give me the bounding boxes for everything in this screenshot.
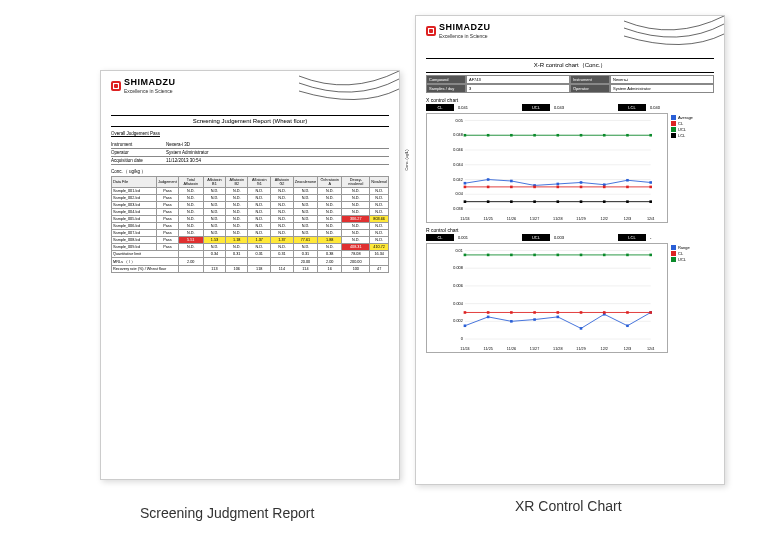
row-judgement: Pass (157, 202, 179, 209)
cell (203, 258, 225, 266)
cell: 77.61 (293, 237, 317, 244)
cell: N.D. (226, 244, 248, 251)
svg-rect-95 (603, 311, 606, 314)
cell: N.D. (203, 223, 225, 230)
cell (226, 258, 248, 266)
cell: 16.34 (370, 251, 389, 258)
svg-rect-38 (603, 186, 606, 189)
svg-rect-49 (649, 134, 652, 137)
table-footer-row: Quantitative limit0.340.310.310.310.310.… (112, 251, 389, 258)
cell: N.D. (318, 244, 342, 251)
cell: N.D. (318, 223, 342, 230)
svg-text:11/27: 11/27 (530, 347, 539, 351)
r-ucl-label: UCL (522, 234, 550, 241)
cell: 0.38 (318, 251, 342, 258)
svg-text:11/25: 11/25 (483, 347, 492, 351)
row-judgement: Pass (157, 223, 179, 230)
cell: 0.31 (271, 251, 294, 258)
svg-rect-46 (580, 134, 583, 137)
svg-rect-28 (580, 181, 583, 184)
cell: N.D. (248, 244, 271, 251)
table-row: Sample_001.lcdPassN.D.N.D.N.D.N.D.N.D.N.… (112, 188, 389, 195)
svg-text:11/24: 11/24 (460, 347, 469, 351)
r-cl-value: 0.001 (454, 234, 522, 241)
x-lcl-value: 0.040 (646, 104, 714, 111)
caption-right: XR Control Chart (515, 498, 622, 514)
cell: 408.31 (342, 244, 370, 251)
row-judgement: Pass (157, 209, 179, 216)
legend-swatch-icon (671, 245, 676, 250)
legend-swatch-icon (671, 251, 676, 256)
svg-rect-32 (464, 186, 467, 189)
operator-value: System Administrator (610, 84, 714, 93)
cell: N.D. (342, 230, 370, 237)
x-lcl-label: LCL (618, 104, 646, 111)
cell: N.D. (178, 244, 203, 251)
cell: 113 (203, 266, 225, 273)
row-name: Sample_002.lcd (112, 195, 157, 202)
svg-text:12/4: 12/4 (647, 217, 654, 221)
cell: 114 (293, 266, 317, 273)
cell: N.D. (370, 195, 389, 202)
svg-rect-44 (533, 134, 536, 137)
svg-text:11/25: 11/25 (483, 217, 492, 221)
row-judgement: Pass (157, 195, 179, 202)
svg-rect-33 (487, 186, 490, 189)
r-legend: RangeCLUCL (668, 243, 714, 353)
legend-label: CL (678, 121, 683, 126)
legend-label: UCL (678, 127, 686, 132)
svg-text:12/3: 12/3 (624, 217, 631, 221)
cell: N.D. (271, 223, 294, 230)
svg-rect-87 (626, 324, 629, 327)
svg-rect-89 (464, 311, 467, 314)
row-name: Sample_008.lcd (112, 237, 157, 244)
screening-report-document: SHIMADZU Excellence in Science Screening… (100, 70, 400, 480)
cell: 1.53 (203, 237, 225, 244)
cell: N.D. (248, 195, 271, 202)
cell: 100 (342, 266, 370, 273)
svg-text:11/28: 11/28 (553, 217, 562, 221)
svg-text:0.008: 0.008 (453, 266, 462, 270)
logo-mark-icon (426, 26, 436, 36)
svg-rect-27 (557, 183, 560, 186)
svg-rect-50 (464, 200, 467, 203)
svg-rect-34 (510, 186, 513, 189)
cell: N.D. (271, 244, 294, 251)
x-chart-area: Conc. (ug/L) 0.0380.040.0420.0440.0460.0… (426, 113, 668, 223)
svg-text:12/3: 12/3 (624, 347, 631, 351)
svg-rect-100 (510, 254, 513, 257)
cell: N.D. (342, 237, 370, 244)
conc-unit: Conc.（ ug/kg ） (111, 169, 389, 174)
svg-text:12/2: 12/2 (601, 347, 608, 351)
x-chart-box: Conc. (ug/L) 0.0380.040.0420.0440.0460.0… (426, 113, 714, 223)
row-name: Sample_001.lcd (112, 188, 157, 195)
svg-rect-37 (580, 186, 583, 189)
cell: N.D. (248, 230, 271, 237)
cell: N.D. (248, 223, 271, 230)
svg-rect-25 (510, 180, 513, 183)
x-cl-label: CL (426, 104, 454, 111)
cell: N.D. (271, 230, 294, 237)
svg-rect-101 (533, 254, 536, 257)
svg-text:0.048: 0.048 (453, 133, 462, 137)
svg-rect-96 (626, 311, 629, 314)
svg-text:11/28: 11/28 (553, 347, 562, 351)
r-ucl-value: 0.003 (550, 234, 618, 241)
r-cl-label: CL (426, 234, 454, 241)
svg-rect-29 (603, 183, 606, 186)
r-chart-area: 00.0020.0040.0060.0080.0111/2411/2511/26… (426, 243, 668, 353)
instrument-label: Instrument (570, 75, 610, 84)
caption-left: Screening Judgment Report (140, 505, 314, 521)
svg-rect-35 (533, 186, 536, 189)
instrument-value: Nexera-i (610, 75, 714, 84)
legend-label: LCL (678, 133, 685, 138)
logo-mark-icon (111, 81, 121, 91)
cell: N.D. (203, 209, 225, 216)
cell: 410.72 (370, 244, 389, 251)
report-meta: Overall Judgement Pass InstrumentNexera-… (111, 131, 389, 165)
cell: 47 (370, 266, 389, 273)
svg-text:12/4: 12/4 (647, 347, 654, 351)
svg-rect-98 (464, 254, 467, 257)
col-header: Nivalenol (370, 177, 389, 188)
cell: 0.31 (248, 251, 271, 258)
